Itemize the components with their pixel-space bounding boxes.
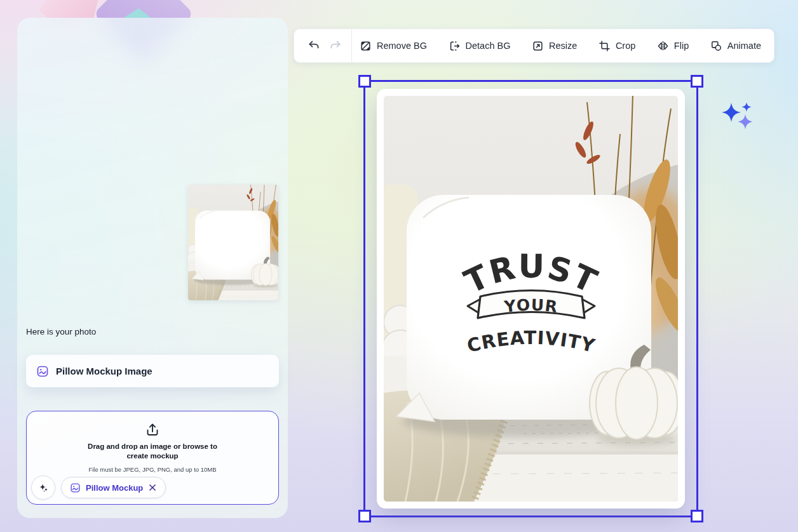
- remove-bg-icon: [360, 40, 372, 52]
- undo-button[interactable]: [303, 35, 325, 57]
- selection-handle-top-right[interactable]: [691, 75, 703, 88]
- image-icon: [36, 365, 49, 378]
- animate-label: Animate: [727, 41, 761, 51]
- selection-handle-bottom-right[interactable]: [691, 510, 703, 522]
- sparkles-icon: [38, 482, 49, 493]
- crop-label: Crop: [616, 41, 635, 51]
- detach-bg-icon: [449, 40, 461, 52]
- flip-button[interactable]: Flip: [657, 40, 689, 52]
- redo-icon: [329, 39, 342, 52]
- crop-button[interactable]: Crop: [598, 40, 635, 52]
- redo-button[interactable]: [325, 35, 346, 57]
- assistant-message: Here is your photo: [26, 327, 96, 336]
- detach-bg-label: Detach BG: [466, 41, 511, 51]
- selection-handle-top-left[interactable]: [358, 75, 371, 88]
- upload-hint: File must be JPEG, JPG, PNG, and up to 1…: [27, 466, 278, 473]
- sparkles-decoration-icon: [718, 100, 762, 137]
- chat-panel: Here is your photo Pillow Mockup Image D…: [17, 18, 288, 518]
- pillow-photo-large: TRUST YOUR CREATIVITY: [384, 96, 678, 502]
- remove-bg-button[interactable]: Remove BG: [360, 40, 427, 52]
- resize-button[interactable]: Resize: [532, 40, 577, 52]
- toolbar-divider: [351, 29, 352, 62]
- attachment-card[interactable]: Pillow Mockup Image: [26, 355, 279, 387]
- upload-title-line2: create mockup: [27, 451, 278, 461]
- undo-icon: [308, 39, 320, 52]
- ai-sparkles-button[interactable]: [31, 475, 55, 500]
- flip-label: Flip: [674, 41, 689, 51]
- attachment-label: Pillow Mockup Image: [56, 366, 152, 376]
- animate-button[interactable]: Animate: [710, 40, 761, 52]
- toolbar-buttons: Remove BG Detach BG: [360, 40, 765, 52]
- upload-icon: [145, 422, 160, 437]
- selection-handle-bottom-left[interactable]: [358, 510, 371, 522]
- flip-icon: [657, 40, 669, 52]
- canvas-image[interactable]: TRUST YOUR CREATIVITY: [377, 89, 685, 509]
- remove-bg-label: Remove BG: [377, 41, 427, 51]
- resize-icon: [532, 40, 544, 52]
- detach-bg-button[interactable]: Detach BG: [449, 40, 511, 52]
- pillow-mockup-chip[interactable]: Pillow Mockup: [61, 477, 166, 498]
- uploaded-photo-thumbnail: [188, 185, 278, 300]
- crop-icon: [598, 40, 611, 52]
- chip-label: Pillow Mockup: [86, 483, 143, 493]
- upload-chip-row: Pillow Mockup: [31, 475, 166, 500]
- close-icon[interactable]: [148, 483, 157, 492]
- pillow-photo-small: [188, 185, 278, 300]
- upload-title: Drag and drop an image or browse to crea…: [27, 442, 278, 461]
- edit-toolbar: Remove BG Detach BG: [294, 29, 774, 63]
- upload-dropzone[interactable]: Drag and drop an image or browse to crea…: [26, 411, 279, 505]
- upload-title-line1: Drag and drop an image or browse to: [27, 442, 278, 451]
- animate-icon: [710, 40, 722, 52]
- app-stage: Here is your photo Pillow Mockup Image D…: [0, 0, 798, 532]
- resize-label: Resize: [549, 41, 577, 51]
- image-icon: [70, 482, 81, 493]
